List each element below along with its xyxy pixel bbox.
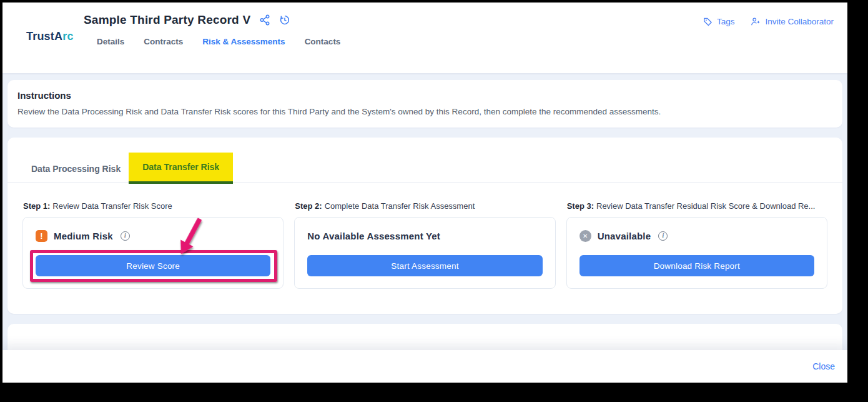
step-3-card: ✕ Unavailable i Download Risk Report: [566, 217, 827, 289]
tab-contracts[interactable]: Contracts: [144, 37, 183, 46]
header-actions: Tags Invite Collaborator: [703, 17, 834, 26]
invite-collaborator-label: Invite Collaborator: [765, 17, 834, 26]
tab-risk-assessments[interactable]: Risk & Assessments: [202, 37, 285, 46]
step-2-column: Step 2:Complete Data Transfer Risk Asses…: [294, 201, 555, 289]
tab-data-transfer-risk[interactable]: Data Transfer Risk: [129, 153, 233, 182]
share-icon[interactable]: [259, 14, 270, 26]
step-2-label: Step 2:Complete Data Transfer Risk Asses…: [294, 201, 555, 211]
tags-button[interactable]: Tags: [703, 17, 735, 26]
modal-footer: Close: [2, 350, 847, 383]
invite-collaborator-button[interactable]: Invite Collaborator: [751, 17, 834, 26]
risk-score-status: Medium Risk: [54, 231, 113, 241]
unavailable-icon: ✕: [579, 230, 591, 242]
page-title: Sample Third Party Record V: [84, 13, 250, 27]
tab-details[interactable]: Details: [97, 37, 124, 46]
assessment-status: No Available Assessment Yet: [307, 231, 440, 241]
info-icon[interactable]: i: [121, 231, 130, 241]
tab-data-processing-risk[interactable]: Data Processing Risk: [31, 164, 121, 182]
record-tab-bar: Details Contracts Risk & Assessments Con…: [97, 37, 847, 46]
record-header: TrustArc Sample Third Party Record V: [2, 3, 847, 73]
instructions-card: Instructions Review the Data Processing …: [7, 80, 842, 128]
step-3-label: Step 3:Review Data Transfer Residual Ris…: [566, 201, 827, 211]
step-1-column: Step 1:Review Data Transfer Risk Score !…: [22, 201, 284, 289]
download-risk-report-button[interactable]: Download Risk Report: [579, 255, 814, 276]
review-score-button[interactable]: Review Score: [36, 255, 270, 276]
close-button[interactable]: Close: [812, 361, 835, 371]
step-2-card: No Available Assessment Yet Start Assess…: [294, 217, 555, 289]
residual-risk-status: Unavailable: [598, 231, 651, 241]
warning-icon: !: [36, 230, 47, 242]
start-assessment-button[interactable]: Start Assessment: [307, 255, 542, 276]
step-3-status-row: ✕ Unavailable i: [579, 229, 814, 243]
step-2-prefix: Step 2:: [295, 201, 322, 211]
screenshot-frame: TrustArc Sample Third Party Record V: [0, 0, 868, 402]
step-1-title: Review Data Transfer Risk Score: [52, 201, 172, 211]
tags-label: Tags: [717, 17, 735, 26]
tab-contacts[interactable]: Contacts: [305, 37, 341, 46]
step-1-label: Step 1:Review Data Transfer Risk Score: [22, 201, 284, 211]
logo-text-navy: TrustA: [26, 30, 62, 43]
step-2-title: Complete Data Transfer Risk Assessment: [325, 201, 475, 211]
app-window: TrustArc Sample Third Party Record V: [2, 3, 847, 383]
history-icon[interactable]: [279, 14, 290, 26]
main-content: Instructions Review the Data Processing …: [2, 73, 847, 381]
logo-text-teal: rc: [62, 30, 73, 43]
step-1-prefix: Step 1:: [23, 201, 50, 211]
step-1-status-row: ! Medium Risk i: [36, 229, 270, 243]
step-1-card: ! Medium Risk i Review Score: [22, 217, 284, 289]
risk-panel-card: Data Processing Risk Data Transfer Risk …: [7, 138, 842, 314]
tag-icon: [703, 17, 713, 26]
risk-steps-row: Step 1:Review Data Transfer Risk Score !…: [7, 183, 842, 289]
risk-tab-bar: Data Processing Risk Data Transfer Risk: [7, 138, 842, 183]
instructions-title: Instructions: [17, 90, 832, 101]
step-2-status-row: No Available Assessment Yet: [307, 229, 542, 243]
step-3-column: Step 3:Review Data Transfer Residual Ris…: [566, 201, 827, 289]
instructions-body: Review the Data Processing Risk and Data…: [17, 107, 832, 116]
step-3-title: Review Data Transfer Residual Risk Score…: [596, 201, 815, 211]
step-3-prefix: Step 3:: [567, 201, 594, 211]
invite-collaborator-icon: [751, 17, 761, 26]
trustarc-logo: TrustArc: [26, 30, 74, 43]
info-icon[interactable]: i: [658, 231, 668, 241]
